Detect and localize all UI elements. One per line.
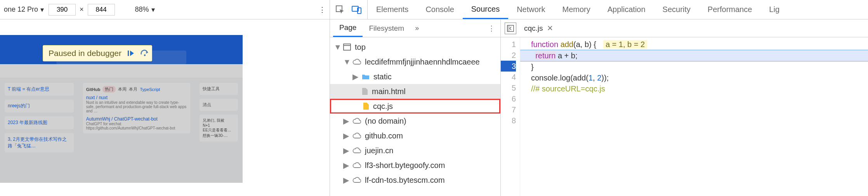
tree-node-extension[interactable]: ▼ lecdifefmmfjnjjinhaennhdlmcaeee xyxy=(330,54,500,69)
width-input[interactable] xyxy=(49,4,76,16)
tree-label: top xyxy=(355,43,366,52)
tree-node-juejin[interactable]: ▶ juejin.cn xyxy=(330,143,500,158)
nav-more-tabs-icon[interactable]: » xyxy=(415,19,419,37)
cloud-icon xyxy=(352,118,361,124)
dimensions: × xyxy=(49,4,115,16)
preview-link: nuxt / nuxt xyxy=(86,95,187,100)
tree-label: lf-cdn-tos.bytescm.com xyxy=(365,176,445,185)
tree-node-nodomain[interactable]: ▶ (no domain) xyxy=(330,114,500,128)
preview-text: nreejs的门 xyxy=(8,103,30,108)
svg-rect-5 xyxy=(344,44,351,50)
nav-tab-page[interactable]: Page xyxy=(333,19,363,37)
sources-navigator: Page Filesystem » ⋮ ▼ top ▼ lecdifefmmfj… xyxy=(330,19,501,196)
zoom-value: 88% xyxy=(135,5,149,14)
editor-tab-label: cqc.js xyxy=(524,24,543,33)
js-file-icon xyxy=(363,102,369,110)
tab-security[interactable]: Security xyxy=(654,0,699,19)
tree-label: (no domain) xyxy=(365,117,406,126)
preview-text: ChatGPT for wechat https://github.com/Au… xyxy=(86,122,187,130)
breakpoint-marker: 3 xyxy=(501,61,516,72)
tree-node-lf3[interactable]: ▶ lf3-short.bytegoofy.com xyxy=(330,158,500,173)
tab-network[interactable]: Network xyxy=(508,0,554,19)
cloud-icon xyxy=(352,133,361,139)
source-editor: cqc.js ✕ 1 2 3 4 5 6 7 8 xyxy=(501,19,868,196)
close-icon[interactable]: ✕ xyxy=(547,24,553,33)
height-input[interactable] xyxy=(88,4,115,16)
tree-node-file-main[interactable]: main.html xyxy=(330,84,500,99)
chevron-down-icon: ▾ xyxy=(40,5,44,14)
svg-rect-0 xyxy=(128,51,129,56)
preview-frame: T 前端 = 有点er意思 nreejs的门 2023 年最新路线图 3, 2月… xyxy=(0,35,243,183)
code-area[interactable]: 1 2 3 4 5 6 7 8 function add(a, b) {a = … xyxy=(501,37,868,196)
line-gutter: 1 2 3 4 5 6 7 8 xyxy=(501,37,520,196)
tree-node-top[interactable]: ▼ top xyxy=(330,40,500,54)
device-preview-pane: one 12 Pro ▾ × 88% ▾ ⋮ xyxy=(0,0,330,196)
disclosure-triangle-icon: ▶ xyxy=(343,161,349,170)
tab-sources[interactable]: Sources xyxy=(463,0,508,19)
current-execution-line: return a + b; xyxy=(520,50,868,61)
disclosure-triangle-icon: ▶ xyxy=(343,116,349,126)
resume-button[interactable] xyxy=(127,49,135,57)
tree-node-github[interactable]: ▶ github.com xyxy=(330,128,500,143)
cloud-icon xyxy=(352,59,361,65)
devtools-tab-bar: Elements Console Sources Network Memory … xyxy=(330,0,868,19)
tab-lighthouse[interactable]: Lig xyxy=(760,0,788,19)
preview-link: AutumnWhj / ChatGPT-wechat-bot xyxy=(86,116,187,122)
tree-label: cqc.js xyxy=(373,102,393,111)
device-name: one 12 Pro xyxy=(4,5,38,14)
paused-overlay: Paused in debugger xyxy=(43,45,152,61)
preview-text: 清点 xyxy=(200,99,238,111)
editor-tab-bar: cqc.js ✕ xyxy=(501,19,868,37)
cloud-icon xyxy=(352,147,361,154)
zoom-select[interactable]: 88% ▾ xyxy=(135,5,155,14)
preview-pill: TypeScript xyxy=(140,87,160,92)
device-toolbar: one 12 Pro ▾ × 88% ▾ ⋮ xyxy=(0,0,330,19)
preview-text: 2023 年最新路线图 xyxy=(8,120,47,125)
paused-label: Paused in debugger xyxy=(49,49,122,58)
tab-performance[interactable]: Performance xyxy=(699,0,761,19)
step-over-button[interactable] xyxy=(140,49,149,57)
tab-application[interactable]: Application xyxy=(599,0,654,19)
toggle-navigator-icon[interactable] xyxy=(505,23,516,34)
code-content: function add(a, b) {a = 1, b = 2 return … xyxy=(520,37,868,196)
kebab-menu-icon[interactable]: ⋮ xyxy=(319,5,326,14)
disclosure-triangle-icon: ▶ xyxy=(343,131,349,140)
preview-pill: 热门 xyxy=(102,86,116,93)
inspect-icon[interactable] xyxy=(335,5,345,14)
svg-point-1 xyxy=(144,54,146,56)
file-tree: ▼ top ▼ lecdifefmmfjnjjinhaennhdlmcaeee … xyxy=(330,37,500,196)
disclosure-triangle-icon: ▶ xyxy=(343,146,349,155)
dimension-separator: × xyxy=(80,5,84,14)
tree-label: github.com xyxy=(365,131,403,140)
frame-icon xyxy=(343,44,351,51)
disclosure-triangle-icon: ▼ xyxy=(334,43,339,52)
cloud-icon xyxy=(352,177,361,183)
kebab-menu-icon[interactable]: ⋮ xyxy=(488,19,500,37)
device-toggle-icon[interactable] xyxy=(352,5,362,14)
tab-elements[interactable]: Elements xyxy=(368,0,417,19)
tree-label: lecdifefmmfjnjjinhaennhdlmcaeee xyxy=(365,58,480,66)
disclosure-triangle-icon: ▶ xyxy=(352,72,358,81)
nav-tab-filesystem[interactable]: Filesystem xyxy=(363,19,410,37)
preview-text: T 前端 = 有点er意思 xyxy=(8,86,49,92)
preview-text: GitHub xyxy=(86,87,101,92)
tree-node-folder-static[interactable]: ▶ static xyxy=(330,69,500,84)
tab-console[interactable]: Console xyxy=(417,0,462,19)
cloud-icon xyxy=(352,162,361,168)
tab-memory[interactable]: Memory xyxy=(554,0,599,19)
tree-label: lf3-short.bytegoofy.com xyxy=(365,161,445,170)
chevron-down-icon: ▾ xyxy=(151,5,155,14)
tree-node-lfcdn[interactable]: ▶ lf-cdn-tos.bytescm.com xyxy=(330,173,500,187)
preview-pill: 本周 xyxy=(118,86,127,92)
tree-node-file-cqc[interactable]: cqc.js xyxy=(330,99,500,114)
tree-label: main.html xyxy=(372,87,406,96)
disclosure-triangle-icon: ▶ xyxy=(343,175,349,185)
devtools-pane: Elements Console Sources Network Memory … xyxy=(330,0,868,196)
tree-label: static xyxy=(373,72,392,81)
file-icon xyxy=(362,88,368,95)
editor-tab-cqc[interactable]: cqc.js ✕ xyxy=(520,19,557,37)
disclosure-triangle-icon: ▼ xyxy=(343,58,349,66)
tree-label: juejin.cn xyxy=(365,146,393,155)
inline-values-hint: a = 1, b = 2 xyxy=(603,40,647,49)
device-select[interactable]: one 12 Pro ▾ xyxy=(4,5,44,14)
